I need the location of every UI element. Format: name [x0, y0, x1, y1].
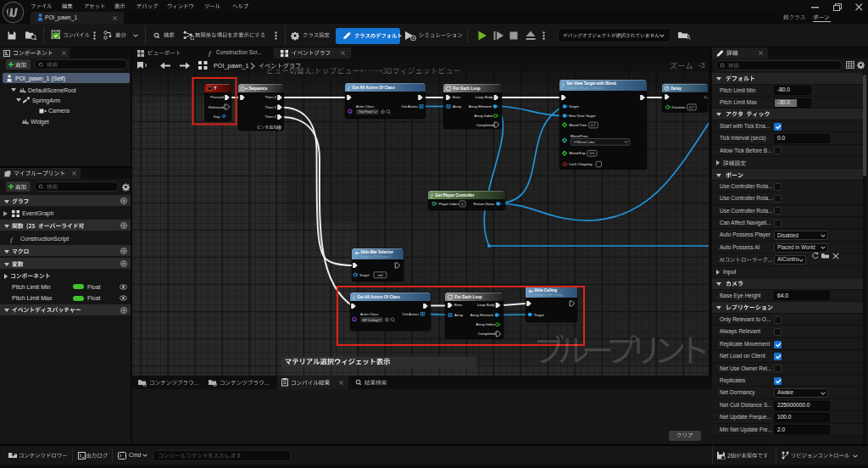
- svg-text:Array: Array: [454, 313, 464, 317]
- svg-text:Blend Time: Blend Time: [570, 123, 588, 127]
- svg-text:Get All Actors Of Class: Get All Actors Of Class: [353, 86, 396, 90]
- svg-text:Target is POI Pawn 1: Target is POI Pawn 1: [361, 255, 392, 259]
- svg-text:Key: Key: [214, 114, 220, 119]
- svg-text:f: f: [209, 49, 212, 57]
- svg-text:self: self: [378, 274, 384, 277]
- svg-text:0: 0: [461, 203, 463, 206]
- svg-text:Array: Array: [453, 104, 462, 109]
- svg-text:0.7: 0.7: [689, 106, 693, 109]
- svg-text:Completed: Completed: [478, 332, 496, 336]
- svg-text:BP Ceiling: BP Ceiling: [363, 319, 378, 322]
- svg-text:f: f: [10, 236, 14, 243]
- svg-text:Hide Ceiling: Hide Ceiling: [535, 288, 558, 292]
- svg-text:Hide Mat Selector: Hide Mat Selector: [361, 250, 394, 254]
- svg-text:Then 1: Then 1: [265, 105, 277, 109]
- svg-text:Exec: Exec: [453, 95, 461, 99]
- svg-text:Pressed: Pressed: [210, 95, 224, 99]
- svg-text:Array Index: Array Index: [475, 114, 494, 118]
- svg-text:Out Actors: Out Actors: [402, 312, 419, 316]
- svg-text:Lock Outgoing: Lock Outgoing: [570, 162, 593, 166]
- svg-text:Target: Target: [569, 104, 579, 109]
- svg-text:Sequence: Sequence: [249, 86, 268, 91]
- svg-text:T: T: [214, 86, 217, 91]
- svg-text:Actor Class: Actor Class: [356, 104, 374, 109]
- svg-text:Loop Body: Loop Body: [477, 303, 495, 307]
- svg-text:Array Index: Array Index: [476, 322, 496, 326]
- svg-text:Then 0: Then 0: [265, 95, 277, 99]
- svg-text:For Each Loop: For Each Loop: [453, 86, 481, 91]
- svg-text:0.0: 0.0: [590, 152, 594, 155]
- svg-text:Target is Player Controller: Target is Player Controller: [567, 86, 604, 90]
- svg-text:Then 2: Then 2: [265, 114, 277, 119]
- svg-text:Target is GF Ceiling: Target is GF Ceiling: [535, 293, 564, 297]
- svg-text:0.7: 0.7: [591, 124, 595, 127]
- svg-text:Set View Target with Blend: Set View Target with Blend: [567, 81, 616, 86]
- svg-text:Get All Actors Of Class: Get All Actors Of Class: [358, 295, 401, 299]
- svg-text:Array Element: Array Element: [469, 104, 492, 109]
- svg-text:Delay: Delay: [671, 86, 682, 91]
- svg-text:Out Actors: Out Actors: [401, 104, 418, 109]
- svg-text:VTBlend Cubic: VTBlend Cubic: [574, 141, 595, 144]
- svg-text:Top Pawn: Top Pawn: [359, 110, 373, 114]
- svg-text:Duration: Duration: [672, 105, 686, 109]
- svg-text:Get Player Controller: Get Player Controller: [436, 193, 475, 198]
- svg-text:New View Target: New View Target: [569, 114, 596, 118]
- svg-text:Player Index: Player Index: [439, 202, 459, 206]
- svg-text:Actor Class: Actor Class: [360, 312, 378, 316]
- svg-text:Return Value: Return Value: [474, 202, 495, 206]
- svg-text:Completed: Completed: [476, 123, 494, 127]
- svg-text:Target: Target: [359, 273, 370, 277]
- svg-text:For Each Loop: For Each Loop: [455, 295, 482, 299]
- svg-text:Array Element: Array Element: [470, 313, 494, 317]
- svg-text:Exec: Exec: [454, 303, 463, 307]
- svg-text:Loop Body: Loop Body: [476, 95, 493, 99]
- svg-text:Blend Exp: Blend Exp: [570, 151, 587, 155]
- svg-text:Target: Target: [534, 313, 544, 317]
- svg-text:Blend Func: Blend Func: [570, 134, 588, 138]
- svg-text:Released: Released: [209, 105, 225, 109]
